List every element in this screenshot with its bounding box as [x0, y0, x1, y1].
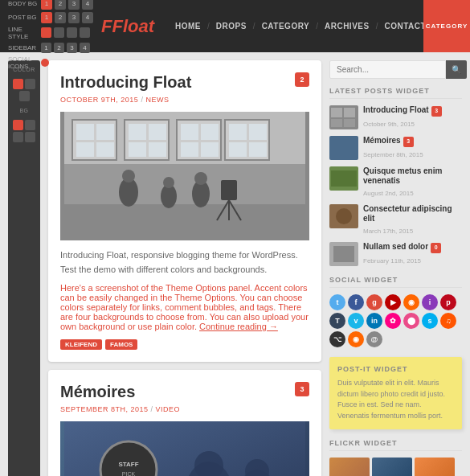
lp-title-4[interactable]: Consectetur adipiscing elit: [363, 204, 462, 224]
site-logo[interactable]: FFloat: [101, 16, 154, 37]
sidebar-btn-4[interactable]: 4: [80, 43, 90, 53]
color-opt-3[interactable]: [19, 91, 30, 101]
bg-opt-1[interactable]: [13, 120, 23, 130]
post-bg-btn-4[interactable]: 4: [82, 12, 93, 23]
post-1-tags: KLEIFEND FAMOS: [60, 339, 309, 350]
social-widget-title: SOCIAL WIDGET: [329, 276, 462, 288]
body-bg-btn-4[interactable]: 4: [82, 0, 93, 10]
lp-title-3[interactable]: Quisque metus enim venenatis: [363, 166, 462, 186]
flickr-thumbs: [329, 458, 462, 476]
line-style-btn-2[interactable]: [54, 27, 64, 38]
social-vimeo-icon[interactable]: v: [348, 313, 364, 329]
svg-rect-15: [201, 124, 219, 140]
post-1-title: Introducing Float: [60, 72, 191, 92]
color-opt-1[interactable]: [13, 79, 23, 89]
postit-text: Duis vulputate elit in elit. Mauris dict…: [337, 378, 454, 421]
svg-text:PICK: PICK: [122, 471, 136, 476]
svg-rect-7: [96, 142, 114, 157]
lp-date-1: October 9th, 2015: [363, 121, 415, 128]
bg-opt-3[interactable]: [13, 132, 23, 142]
post-card-2: Mémoires 3 SEPTEMBER 8TH, 2015 / VIDEO: [48, 370, 321, 476]
line-style-label: LINE STYLE: [8, 26, 39, 40]
svg-point-27: [163, 177, 174, 188]
svg-rect-4: [76, 124, 94, 140]
search-input[interactable]: [329, 60, 446, 79]
top-bar: COLOR BODY BG 1 2 3 4 POST BG 1 2 3 4 LI…: [0, 0, 470, 52]
list-item: Consectetur adipiscing elit March 17th, …: [329, 204, 462, 236]
post-2-badge: 3: [295, 382, 309, 396]
svg-rect-19: [229, 124, 247, 140]
lp-title-5[interactable]: Nullam sed dolor0: [363, 242, 441, 253]
post-bg-btn-3[interactable]: 3: [68, 12, 80, 23]
body-bg-btn-1[interactable]: 1: [41, 0, 52, 10]
social-rss-icon[interactable]: ◉: [403, 294, 419, 310]
post-1-excerpt: Introducing Float, responsive blogging t…: [60, 248, 309, 277]
sidebar-btn-1[interactable]: 1: [41, 43, 51, 53]
svg-point-29: [194, 172, 207, 185]
lp-badge-5: 0: [431, 243, 441, 253]
social-googleplus-icon[interactable]: g: [366, 294, 382, 310]
svg-rect-48: [329, 136, 358, 160]
lp-badge-1: 3: [431, 106, 442, 117]
social-github-icon[interactable]: ⌥: [329, 331, 345, 347]
category-banner: CATEGORY: [423, 0, 470, 52]
flickr-thumb-2[interactable]: [372, 458, 412, 476]
nav-archives[interactable]: ARCHIVES: [320, 18, 374, 34]
svg-rect-10: [149, 124, 166, 140]
svg-rect-20: [249, 124, 267, 140]
flickr-thumb-3[interactable]: [415, 458, 455, 476]
lp-title-1[interactable]: Introducing Float3: [363, 105, 442, 117]
social-flickr-icon[interactable]: ✿: [385, 313, 401, 329]
lp-title-2[interactable]: Mémoires3: [363, 136, 423, 147]
social-tumblr-icon[interactable]: T: [329, 313, 345, 329]
social-youtube-icon[interactable]: ▶: [385, 294, 401, 310]
tag-famos[interactable]: FAMOS: [105, 339, 137, 350]
social-linkedin-icon[interactable]: in: [366, 313, 382, 329]
body-bg-btn-2[interactable]: 2: [55, 0, 66, 10]
social-facebook-icon[interactable]: f: [348, 294, 364, 310]
bg-opt-2[interactable]: [25, 120, 35, 130]
nav-home[interactable]: HOME: [170, 18, 206, 34]
social-icons-toggle[interactable]: [41, 59, 49, 67]
social-instagram-icon[interactable]: i: [422, 294, 438, 310]
flickr-thumb-1[interactable]: [329, 458, 370, 476]
post-1-image: [60, 112, 309, 240]
post-bg-btn-1[interactable]: 1: [41, 12, 52, 23]
svg-text:STAFF: STAFF: [118, 461, 138, 468]
svg-rect-9: [129, 124, 146, 140]
social-skype-icon[interactable]: s: [422, 313, 438, 329]
line-style-btn-3[interactable]: [67, 27, 77, 38]
social-rss2-icon[interactable]: ◉: [348, 331, 364, 347]
nav-sep-4: /: [376, 18, 378, 34]
social-soundcloud-icon[interactable]: ♫: [440, 313, 456, 329]
content-area: Introducing Float 2 OCTOBER 9TH, 2015 / …: [48, 60, 321, 476]
svg-rect-12: [149, 142, 166, 157]
line-style-btn-1[interactable]: [41, 27, 51, 38]
bg-opt-4[interactable]: [25, 132, 35, 142]
lp-badge-2: 3: [403, 137, 414, 147]
social-pinterest-icon[interactable]: p: [440, 294, 456, 310]
lp-date-4: March 17th, 2015: [363, 228, 413, 235]
tag-kleifend[interactable]: KLEIFEND: [60, 339, 102, 350]
color-opt-2[interactable]: [25, 79, 35, 89]
social-icons-grid: t f g ▶ ◉ i p T v in ✿ ⬤ s ♫ ⌥ ◉ @: [329, 294, 462, 347]
post-2-meta: SEPTEMBER 8TH, 2015 / VIDEO: [60, 405, 309, 413]
social-twitter-icon[interactable]: t: [329, 294, 345, 310]
sidebar-btn-2[interactable]: 2: [54, 43, 64, 53]
sidebar-btn-3[interactable]: 3: [67, 43, 77, 53]
nav-category[interactable]: CATEGORY: [257, 18, 315, 34]
search-button[interactable]: 🔍: [446, 60, 467, 79]
lp-date-3: August 2nd, 2015: [363, 190, 414, 197]
line-style-btn-4[interactable]: [80, 27, 90, 38]
social-dribbble-icon[interactable]: ⬤: [403, 313, 419, 329]
lp-date-5: February 11th, 2015: [363, 257, 421, 265]
search-bar: 🔍: [329, 60, 462, 79]
body-bg-btn-3[interactable]: 3: [68, 0, 80, 10]
bg-section-label: BG: [12, 108, 36, 113]
svg-point-54: [336, 208, 352, 224]
continue-reading-link[interactable]: Continue reading →: [199, 322, 278, 331]
post-bg-btn-2[interactable]: 2: [55, 12, 66, 23]
postit-widget: POST-IT WIDGET Duis vulputate elit in el…: [329, 357, 462, 429]
nav-drops[interactable]: DROPS: [211, 18, 251, 34]
social-email-icon[interactable]: @: [366, 331, 382, 347]
